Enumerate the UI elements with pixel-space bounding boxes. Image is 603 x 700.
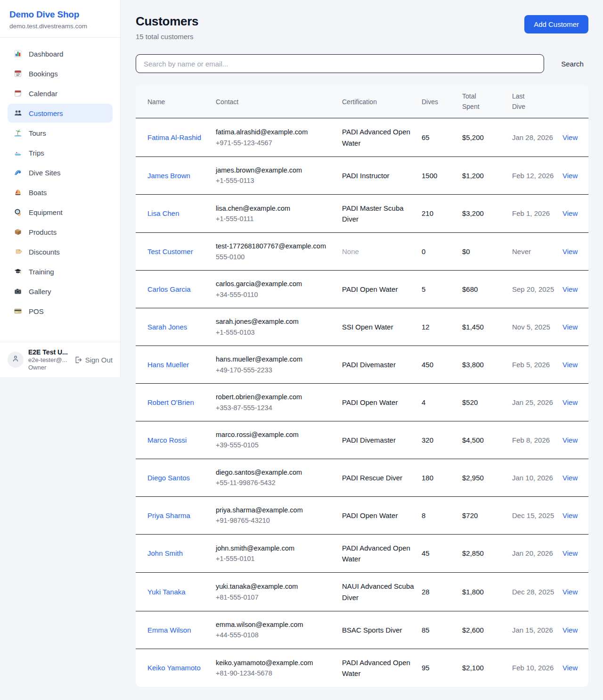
view-link[interactable]: View (562, 549, 578, 557)
customer-phone: 555-0100 (216, 252, 336, 262)
sidebar-item-label: Gallery (29, 288, 51, 296)
dives-count: 5 (422, 271, 462, 308)
customer-name-link[interactable]: Yuki Tanaka (147, 588, 186, 596)
customer-name-link[interactable]: Emma Wilson (147, 626, 191, 634)
table-row: Lisa Chenlisa.chen@example.com+1-555-011… (136, 194, 588, 233)
sidebar-item-training[interactable]: Training (8, 262, 113, 281)
search-input[interactable] (136, 54, 544, 73)
table-row: Test Customertest-1772681807767@example.… (136, 233, 588, 271)
customer-name-link[interactable]: James Brown (147, 172, 190, 180)
sidebar-item-label: POS (29, 307, 44, 315)
user-section: E2E Test U... e2e-tester@... Owner Sign … (0, 342, 120, 377)
sidebar-item-pos[interactable]: POS (8, 302, 113, 321)
table-row: Robert O'Brienrobert.obrien@example.com+… (136, 384, 588, 421)
sidebar-item-calendar[interactable]: Calendar (8, 84, 113, 103)
sidebar-item-equipment[interactable]: Equipment (8, 203, 113, 222)
bookings-icon: 17 (13, 69, 23, 78)
customer-name-link[interactable]: Diego Santos (147, 474, 190, 482)
sidebar-item-tours[interactable]: Tours (8, 124, 113, 142)
sidebar-item-dive-sites[interactable]: Dive Sites (8, 163, 113, 182)
view-link[interactable]: View (562, 436, 578, 444)
customer-name-link[interactable]: Test Customer (147, 247, 193, 255)
sidebar-item-bookings[interactable]: 17Bookings (8, 64, 113, 83)
view-link[interactable]: View (562, 626, 578, 634)
total-spent: $5,200 (462, 118, 512, 157)
sidebar-item-label: Trips (29, 149, 44, 157)
sidebar-item-label: Dashboard (29, 50, 63, 58)
dives-count: 45 (422, 534, 462, 573)
sidebar-item-boats[interactable]: Boats (8, 183, 113, 202)
customer-name-link[interactable]: Carlos Garcia (147, 285, 191, 293)
sidebar-item-label: Bookings (29, 70, 58, 78)
gallery-icon (13, 287, 23, 296)
total-spent: $2,850 (462, 534, 512, 573)
sidebar-item-trips[interactable]: Trips (8, 143, 113, 162)
customer-name-link[interactable]: Marco Rossi (147, 436, 187, 444)
sidebar-item-label: Customers (29, 109, 63, 117)
page-header-text: Customers 15 total customers (136, 14, 198, 41)
search-bar: Search (136, 54, 588, 73)
dives-count: 95 (422, 649, 462, 687)
total-spent: $1,450 (462, 308, 512, 346)
certification: PADI Divemaster (342, 361, 396, 369)
view-link[interactable]: View (562, 323, 578, 331)
customer-name-link[interactable]: John Smith (147, 549, 183, 557)
column-header-name: Name (136, 85, 216, 118)
add-customer-button[interactable]: Add Customer (524, 15, 588, 33)
customer-name-link[interactable]: Priya Sharma (147, 511, 190, 519)
dives-count: 28 (422, 573, 462, 611)
sidebar-item-label: Equipment (29, 208, 63, 216)
sidebar-item-customers[interactable]: Customers (8, 104, 113, 123)
table-row: Diego Santosdiego.santos@example.com+55-… (136, 459, 588, 496)
certification: SSI Open Water (342, 323, 393, 331)
view-link[interactable]: View (562, 172, 578, 180)
view-link[interactable]: View (562, 511, 578, 519)
customer-phone: +81-90-1234-5678 (216, 668, 336, 678)
table-body: Fatima Al-Rashidfatima.alrashid@example.… (136, 118, 588, 687)
view-link[interactable]: View (562, 247, 578, 255)
table-row: John Smithjohn.smith@example.com+1-555-0… (136, 534, 588, 573)
view-link[interactable]: View (562, 361, 578, 369)
sidebar-item-gallery[interactable]: Gallery (8, 282, 113, 301)
customer-name-link[interactable]: Keiko Yamamoto (147, 664, 201, 672)
search-button[interactable]: Search (556, 56, 588, 72)
equipment-icon (13, 207, 23, 217)
customer-phone: +971-55-123-4567 (216, 138, 336, 148)
view-link[interactable]: View (562, 664, 578, 672)
sidebar-nav: Dashboard17BookingsCalendarCustomersTour… (0, 38, 120, 325)
svg-text:17: 17 (16, 73, 20, 76)
dives-count: 12 (422, 308, 462, 346)
view-link[interactable]: View (562, 588, 578, 596)
dives-count: 320 (422, 421, 462, 459)
total-spent: $2,600 (462, 611, 512, 649)
sidebar: Demo Dive Shop demo.test.divestreams.com… (0, 0, 121, 377)
view-link[interactable]: View (562, 209, 578, 217)
customer-name-link[interactable]: Sarah Jones (147, 323, 187, 331)
customer-name-link[interactable]: Hans Mueller (147, 361, 189, 369)
sidebar-item-dashboard[interactable]: Dashboard (8, 44, 113, 63)
last-dive-date: Dec 15, 2025 (512, 496, 562, 534)
view-link[interactable]: View (562, 133, 578, 141)
view-link[interactable]: View (562, 398, 578, 406)
sign-out-button[interactable]: Sign Out (74, 356, 113, 364)
view-link[interactable]: View (562, 474, 578, 482)
user-meta: E2E Test U... e2e-tester@... Owner (28, 348, 68, 371)
customers-table: NameContactCertificationDivesTotal Spent… (136, 85, 588, 687)
sidebar-item-products[interactable]: Products (8, 222, 113, 241)
view-link[interactable]: View (562, 285, 578, 293)
last-dive-date: Never (512, 233, 562, 271)
sidebar-item-discounts[interactable]: Discounts (8, 242, 113, 261)
page-title: Customers (136, 14, 198, 29)
sidebar-item-label: Boats (29, 189, 47, 197)
customer-name-link[interactable]: Fatima Al-Rashid (147, 133, 201, 141)
certification: PADI Advanced Open Water (342, 128, 410, 147)
tours-icon (13, 128, 23, 138)
customer-email: yuki.tanaka@example.com (216, 581, 336, 592)
total-spent: $4,500 (462, 421, 512, 459)
customer-name-link[interactable]: Robert O'Brien (147, 398, 194, 406)
customer-name-link[interactable]: Lisa Chen (147, 209, 179, 217)
customer-phone: +1-555-0113 (216, 175, 336, 186)
table-row: Marco Rossimarco.rossi@example.com+39-55… (136, 421, 588, 459)
total-spent: $3,200 (462, 194, 512, 233)
dives-count: 8 (422, 496, 462, 534)
